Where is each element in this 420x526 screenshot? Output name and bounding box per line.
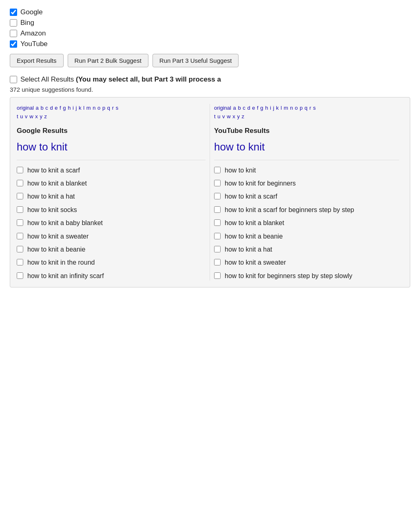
alpha-link-d[interactable]: d bbox=[247, 105, 250, 111]
alpha-link-v[interactable]: v bbox=[222, 113, 225, 119]
alpha-link-p[interactable]: p bbox=[300, 105, 303, 111]
export-results-button[interactable]: Export Results bbox=[10, 54, 64, 67]
alpha-link-x[interactable]: x bbox=[232, 113, 235, 119]
alpha-link-i[interactable]: i bbox=[270, 105, 271, 111]
result-column-1: original a b c d e f g h i j k l m n o p… bbox=[210, 104, 403, 281]
alpha-link-l[interactable]: l bbox=[281, 105, 282, 111]
alpha-link-a[interactable]: a bbox=[233, 105, 236, 111]
keyword-checkbox-1-7[interactable] bbox=[214, 259, 221, 265]
alpha-link-h[interactable]: h bbox=[265, 105, 268, 111]
alpha-link-f[interactable]: f bbox=[60, 105, 61, 111]
keyword-checkbox-0-6[interactable] bbox=[17, 246, 23, 252]
alpha-link-j[interactable]: j bbox=[76, 105, 77, 111]
alpha-link-f[interactable]: f bbox=[257, 105, 259, 111]
alpha-link-z[interactable]: z bbox=[242, 113, 245, 119]
alpha-link-y[interactable]: y bbox=[40, 113, 42, 119]
engine-checkbox-youtube[interactable] bbox=[10, 40, 17, 48]
keyword-checkbox-0-5[interactable] bbox=[17, 233, 23, 239]
keyword-checkbox-1-4[interactable] bbox=[214, 219, 221, 226]
alpha-link-j[interactable]: j bbox=[273, 105, 274, 111]
alpha-link-m[interactable]: m bbox=[284, 105, 288, 111]
alpha-link-p[interactable]: p bbox=[102, 105, 105, 111]
run-part2-button[interactable]: Run Part 2 Bulk Suggest bbox=[68, 54, 148, 67]
keyword-checkbox-0-8[interactable] bbox=[17, 272, 23, 279]
alpha-link-o[interactable]: o bbox=[295, 105, 298, 111]
alpha-link-u[interactable]: u bbox=[217, 113, 220, 119]
result-column-0: original a b c d e f g h i j k l m n o p… bbox=[17, 104, 210, 281]
list-item: how to knit a hat bbox=[214, 245, 399, 254]
keyword-checkbox-0-4[interactable] bbox=[17, 219, 23, 226]
alpha-link-w[interactable]: w bbox=[227, 113, 230, 119]
alpha-link-y[interactable]: y bbox=[237, 113, 240, 119]
keyword-checkbox-0-2[interactable] bbox=[17, 193, 23, 199]
alpha-link-m[interactable]: m bbox=[86, 105, 91, 111]
alpha-link-r[interactable]: r bbox=[112, 105, 114, 111]
alpha-link-z[interactable]: z bbox=[44, 113, 47, 119]
alpha-link-n[interactable]: n bbox=[290, 105, 293, 111]
alpha-link-k[interactable]: k bbox=[276, 105, 279, 111]
list-item: how to knit a scarf bbox=[214, 192, 399, 201]
keyword-text: how to knit a blanket bbox=[225, 219, 284, 228]
alpha-nav: original a b c d e f g h i j k l m n o p… bbox=[17, 104, 206, 121]
alpha-link-t[interactable]: t bbox=[214, 113, 216, 119]
alpha-link-e[interactable]: e bbox=[252, 105, 255, 111]
alpha-link-original[interactable]: original bbox=[214, 105, 231, 111]
keyword-text: how to knit a beanie bbox=[27, 245, 85, 254]
alpha-nav: original a b c d e f g h i j k l m n o p… bbox=[214, 104, 399, 121]
list-item: how to knit a beanie bbox=[17, 245, 206, 254]
keyword-text: how to knit for beginners bbox=[225, 179, 296, 188]
list-item: how to knit a blanket bbox=[17, 179, 206, 188]
keyword-checkbox-1-2[interactable] bbox=[214, 193, 221, 199]
alpha-link-s[interactable]: s bbox=[313, 105, 316, 111]
keyword-checkbox-0-3[interactable] bbox=[17, 206, 23, 213]
keyword-checkbox-0-1[interactable] bbox=[17, 180, 23, 186]
alpha-link-v[interactable]: v bbox=[25, 113, 28, 119]
engine-checkbox-bing[interactable] bbox=[10, 19, 17, 27]
alpha-link-b[interactable]: b bbox=[238, 105, 241, 111]
keyword-checkbox-1-1[interactable] bbox=[214, 180, 221, 186]
alpha-link-h[interactable]: h bbox=[68, 105, 71, 111]
keyword-checkbox-1-0[interactable] bbox=[214, 167, 221, 173]
list-item: how to knit for beginners step by step s… bbox=[214, 272, 399, 281]
list-item: how to knit a hat bbox=[17, 192, 206, 201]
column-title: Google Results bbox=[17, 127, 206, 135]
button-row: Export Results Run Part 2 Bulk Suggest R… bbox=[10, 54, 410, 67]
alpha-link-l[interactable]: l bbox=[83, 105, 84, 111]
keyword-list: how to knit a scarfhow to knit a blanket… bbox=[17, 166, 206, 281]
keyword-checkbox-1-3[interactable] bbox=[214, 206, 221, 213]
alpha-link-d[interactable]: d bbox=[50, 105, 53, 111]
keyword-checkbox-1-5[interactable] bbox=[214, 233, 221, 239]
list-item: how to knit a blanket bbox=[214, 219, 399, 228]
alpha-link-x[interactable]: x bbox=[35, 113, 38, 119]
keyword-checkbox-0-0[interactable] bbox=[17, 167, 23, 173]
alpha-link-w[interactable]: w bbox=[29, 113, 33, 119]
alpha-link-s[interactable]: s bbox=[116, 105, 119, 111]
keyword-checkbox-1-6[interactable] bbox=[214, 246, 221, 252]
alpha-link-n[interactable]: n bbox=[93, 105, 95, 111]
alpha-link-i[interactable]: i bbox=[73, 105, 74, 111]
engine-checkbox-google[interactable] bbox=[10, 9, 17, 16]
run-part3-button[interactable]: Run Part 3 Useful Suggest bbox=[153, 54, 239, 67]
keyword-list: how to knithow to knit for beginnershow … bbox=[214, 166, 399, 281]
alpha-link-g[interactable]: g bbox=[260, 105, 263, 111]
alpha-link-q[interactable]: q bbox=[107, 105, 110, 111]
keyword-checkbox-0-7[interactable] bbox=[17, 259, 23, 265]
alpha-link-o[interactable]: o bbox=[97, 105, 100, 111]
alpha-link-c[interactable]: c bbox=[243, 105, 245, 111]
alpha-link-q[interactable]: q bbox=[305, 105, 307, 111]
alpha-link-a[interactable]: a bbox=[36, 105, 39, 111]
select-all-row: Select All Results (You may select all, … bbox=[10, 75, 410, 84]
keyword-checkbox-1-8[interactable] bbox=[214, 272, 221, 279]
alpha-link-u[interactable]: u bbox=[20, 113, 23, 119]
select-all-checkbox[interactable] bbox=[10, 76, 17, 83]
alpha-link-g[interactable]: g bbox=[63, 105, 66, 111]
alpha-link-original[interactable]: original bbox=[17, 105, 34, 111]
alpha-link-c[interactable]: c bbox=[45, 105, 48, 111]
engine-list: GoogleBingAmazonYouTube bbox=[10, 8, 410, 48]
alpha-link-r[interactable]: r bbox=[309, 105, 311, 111]
alpha-link-t[interactable]: t bbox=[17, 113, 18, 119]
engine-checkbox-amazon[interactable] bbox=[10, 30, 17, 37]
alpha-link-b[interactable]: b bbox=[40, 105, 43, 111]
alpha-link-k[interactable]: k bbox=[79, 105, 82, 111]
alpha-link-e[interactable]: e bbox=[55, 105, 57, 111]
